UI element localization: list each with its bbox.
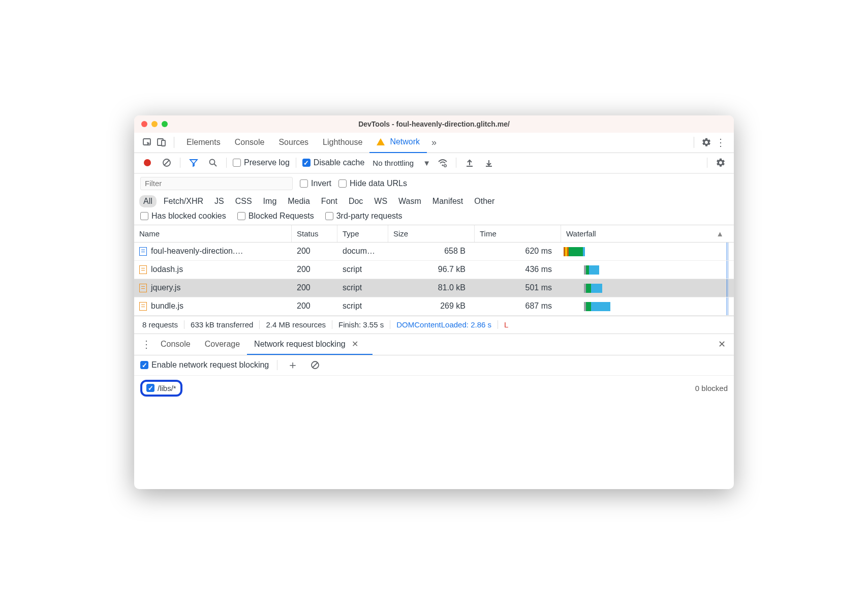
request-table-header: Name Status Type Size Time Waterfall ▲ xyxy=(134,225,734,243)
col-waterfall[interactable]: Waterfall ▲ xyxy=(561,225,729,242)
type-pill-other[interactable]: Other xyxy=(470,195,499,207)
drawer-tab-console[interactable]: Console xyxy=(153,334,198,354)
cell-time: 620 ms xyxy=(475,247,561,256)
type-pill-all[interactable]: All xyxy=(139,195,157,207)
col-type[interactable]: Type xyxy=(337,225,388,242)
add-pattern-icon[interactable]: ＋ xyxy=(286,358,300,372)
pattern-item[interactable]: /libs/* xyxy=(140,380,182,397)
type-pill-img[interactable]: Img xyxy=(259,195,281,207)
col-size[interactable]: Size xyxy=(388,225,475,242)
device-toolbar-icon[interactable] xyxy=(154,135,169,149)
script-file-icon xyxy=(139,302,147,311)
tab-console[interactable]: Console xyxy=(228,133,272,152)
request-table-body: foul-heavenly-direction.…200docum…658 B6… xyxy=(134,243,734,316)
upload-har-icon[interactable] xyxy=(462,156,477,170)
cell-type: script xyxy=(337,283,388,292)
network-conditions-icon[interactable] xyxy=(436,156,450,170)
table-row[interactable]: lodash.js200script96.7 kB436 ms xyxy=(134,261,734,279)
blocked-cookies-label: Has blocked cookies xyxy=(151,212,226,221)
waterfall-label: Waterfall xyxy=(566,229,596,238)
cell-status: 200 xyxy=(292,247,337,256)
table-row[interactable]: foul-heavenly-direction.…200docum…658 B6… xyxy=(134,243,734,261)
inspect-element-icon[interactable] xyxy=(140,135,154,149)
col-time[interactable]: Time xyxy=(475,225,561,242)
cell-size: 96.7 kB xyxy=(388,265,475,274)
status-load: L xyxy=(498,320,514,329)
cell-status: 200 xyxy=(292,265,337,274)
preserve-log-checkbox[interactable]: Preserve log xyxy=(233,158,290,167)
status-requests: 8 requests xyxy=(136,320,184,329)
status-bar: 8 requests 633 kB transferred 2.4 MB res… xyxy=(134,316,734,334)
third-party-label: 3rd-party requests xyxy=(336,212,402,221)
search-icon[interactable] xyxy=(206,156,220,170)
settings-gear-icon[interactable] xyxy=(699,135,714,149)
window-title: DevTools - foul-heavenly-direction.glitc… xyxy=(134,120,734,128)
type-pill-js[interactable]: JS xyxy=(210,195,228,207)
status-finish: Finish: 3.55 s xyxy=(332,320,390,329)
devtools-window: DevTools - foul-heavenly-direction.glitc… xyxy=(134,115,734,489)
script-file-icon xyxy=(139,265,147,274)
third-party-checkbox[interactable]: 3rd-party requests xyxy=(325,212,402,221)
tab-elements[interactable]: Elements xyxy=(179,133,228,152)
type-pill-fetchxhr[interactable]: Fetch/XHR xyxy=(160,195,207,207)
type-pill-ws[interactable]: WS xyxy=(370,195,391,207)
separator xyxy=(174,137,174,148)
drawer-kebab-icon[interactable]: ⋮ xyxy=(139,337,153,351)
chevron-down-icon: ▼ xyxy=(423,159,430,167)
pattern-highlight: /libs/* xyxy=(140,380,182,397)
enable-blocking-checkbox[interactable]: Enable network request blocking xyxy=(140,360,269,370)
cell-size: 269 kB xyxy=(388,301,475,311)
cell-waterfall xyxy=(561,261,729,279)
more-tabs-chevron-icon[interactable]: » xyxy=(427,135,441,149)
drawer-tab-blocking-label: Network request blocking xyxy=(254,340,346,348)
drawer-tab-coverage[interactable]: Coverage xyxy=(198,334,247,354)
col-status[interactable]: Status xyxy=(292,225,337,242)
enable-blocking-label: Enable network request blocking xyxy=(151,360,269,370)
close-drawer-icon[interactable]: ✕ xyxy=(715,337,729,351)
filter-icon[interactable] xyxy=(187,156,201,170)
clear-button[interactable] xyxy=(160,156,174,170)
type-pill-manifest[interactable]: Manifest xyxy=(428,195,467,207)
request-name: lodash.js xyxy=(151,265,183,274)
filter-row: Invert Hide data URLs xyxy=(134,173,734,193)
pattern-checkbox[interactable] xyxy=(146,384,154,392)
blocked-cookies-checkbox[interactable]: Has blocked cookies xyxy=(140,212,226,221)
drawer-tab-blocking[interactable]: Network request blocking ✕ xyxy=(247,334,365,354)
request-name: jquery.js xyxy=(151,283,180,292)
type-pill-doc[interactable]: Doc xyxy=(345,195,367,207)
checkbox-icon xyxy=(233,159,241,167)
type-pill-wasm[interactable]: Wasm xyxy=(394,195,425,207)
drawer-tabbar: ⋮ Console Coverage Network request block… xyxy=(134,334,734,355)
clear-patterns-icon[interactable] xyxy=(308,358,322,372)
tab-network[interactable]: Network xyxy=(369,132,427,153)
blocked-requests-checkbox[interactable]: Blocked Requests xyxy=(237,212,314,221)
table-row[interactable]: jquery.js200script81.0 kB501 ms xyxy=(134,279,734,297)
checkbox-icon xyxy=(140,212,148,220)
invert-checkbox[interactable]: Invert xyxy=(300,179,331,188)
network-settings-gear-icon[interactable] xyxy=(714,156,728,170)
hide-data-urls-checkbox[interactable]: Hide data URLs xyxy=(338,179,407,188)
disable-cache-checkbox[interactable]: Disable cache xyxy=(302,158,365,167)
throttling-select[interactable]: No throttling ▼ xyxy=(373,159,430,167)
col-name[interactable]: Name xyxy=(134,225,292,242)
extra-filter-row: Has blocked cookies Blocked Requests 3rd… xyxy=(134,209,734,225)
download-har-icon[interactable] xyxy=(482,156,496,170)
tab-lighthouse[interactable]: Lighthouse xyxy=(316,133,369,152)
cell-time: 687 ms xyxy=(475,301,561,311)
disable-cache-label: Disable cache xyxy=(314,158,365,167)
tab-sources[interactable]: Sources xyxy=(271,133,316,152)
sort-triangle-icon: ▲ xyxy=(716,229,724,238)
type-pill-font[interactable]: Font xyxy=(317,195,342,207)
cell-time: 501 ms xyxy=(475,283,561,292)
type-pill-media[interactable]: Media xyxy=(284,195,314,207)
type-pill-css[interactable]: CSS xyxy=(231,195,256,207)
svg-line-7 xyxy=(214,164,217,167)
checkbox-icon xyxy=(140,361,148,369)
record-button[interactable] xyxy=(140,156,154,170)
hide-data-label: Hide data URLs xyxy=(350,179,407,188)
filter-input[interactable] xyxy=(140,177,293,190)
kebab-menu-icon[interactable]: ⋮ xyxy=(714,135,728,149)
table-row[interactable]: bundle.js200script269 kB687 ms xyxy=(134,297,734,316)
close-tab-icon[interactable]: ✕ xyxy=(352,340,358,348)
blocked-count: 0 blocked xyxy=(695,384,728,392)
